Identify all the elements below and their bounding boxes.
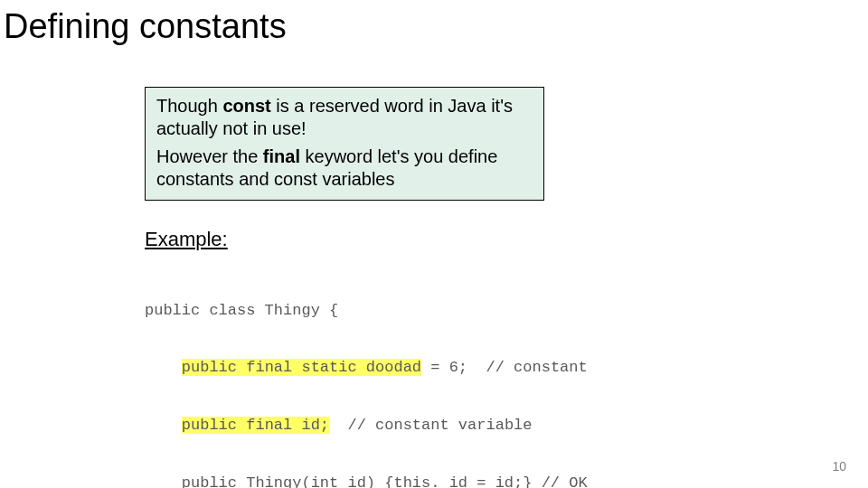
highlight-const-var-decl: public final id; <box>182 417 329 434</box>
code-text: = 6; // constant <box>421 359 588 376</box>
slide: Defining constants Though const is a res… <box>0 0 868 488</box>
text: However the <box>156 146 263 166</box>
code-line-2: public final static doodad = 6; // const… <box>145 358 625 377</box>
code-line-1: public class Thingy { <box>145 301 625 320</box>
info-paragraph-2: However the final keyword let's you defi… <box>156 145 533 191</box>
indent <box>145 359 182 376</box>
code-text: // constant variable <box>329 417 532 434</box>
info-paragraph-1: Though const is a reserved word in Java … <box>156 95 533 140</box>
keyword-final: final <box>263 146 300 166</box>
code-line-4: public Thingy(int id) {this. id = id;} /… <box>145 474 625 488</box>
slide-title: Defining constants <box>4 7 287 46</box>
text: Though <box>156 96 222 116</box>
page-number: 10 <box>832 459 846 474</box>
highlight-constant-decl: public final static doodad <box>182 359 421 376</box>
keyword-const: const <box>222 96 270 116</box>
indent <box>145 417 182 434</box>
code-block: public class Thingy { public final stati… <box>145 262 625 488</box>
info-box: Though const is a reserved word in Java … <box>145 87 544 201</box>
code-line-3: public final id; // constant variable <box>145 416 625 435</box>
example-label: Example: <box>145 228 228 251</box>
